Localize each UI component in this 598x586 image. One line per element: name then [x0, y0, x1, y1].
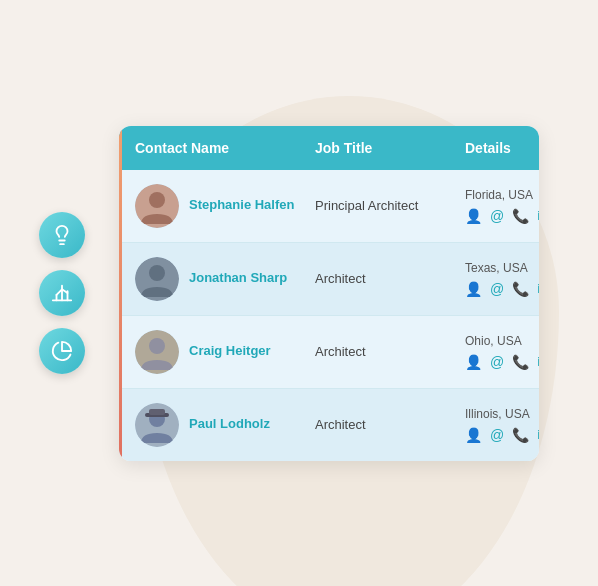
details-cell: Illinois, USA 👤 @ 📞 in	[465, 407, 539, 443]
details-cell: Florida, USA 👤 @ 📞 in	[465, 188, 539, 224]
avatar	[135, 257, 179, 301]
avatar	[135, 403, 179, 447]
table-row: Jonathan Sharp Architect Texas, USA 👤 @ …	[119, 243, 539, 316]
person-icon[interactable]: 👤	[465, 354, 482, 370]
contact-name[interactable]: Jonathan Sharp	[189, 270, 287, 287]
linkedin-icon[interactable]: in	[537, 427, 539, 442]
col-header-job: Job Title	[315, 140, 465, 156]
sidebar	[39, 212, 85, 374]
phone-icon[interactable]: 📞	[512, 281, 529, 297]
sidebar-chart-icon[interactable]	[39, 270, 85, 316]
job-title: Architect	[315, 344, 465, 359]
contact-cell: Paul Lodholz	[135, 403, 315, 447]
contacts-table: Contact Name Job Title Details Stephanie…	[119, 126, 539, 461]
email-icon[interactable]: @	[490, 427, 504, 443]
col-header-details: Details	[465, 140, 523, 156]
contact-icons: 👤 @ 📞 in	[465, 208, 539, 224]
outer-container: Contact Name Job Title Details Stephanie…	[39, 96, 559, 491]
contact-icons: 👤 @ 📞 in	[465, 427, 539, 443]
details-cell: Texas, USA 👤 @ 📞 in	[465, 261, 539, 297]
table-row: Stephanie Halfen Principal Architect Flo…	[119, 170, 539, 243]
linkedin-icon[interactable]: in	[537, 208, 539, 223]
contact-cell: Stephanie Halfen	[135, 184, 315, 228]
contact-cell: Craig Heitger	[135, 330, 315, 374]
person-icon[interactable]: 👤	[465, 208, 482, 224]
location: Florida, USA	[465, 188, 539, 202]
contact-name[interactable]: Craig Heitger	[189, 343, 271, 360]
phone-icon[interactable]: 📞	[512, 208, 529, 224]
person-icon[interactable]: 👤	[465, 281, 482, 297]
details-cell: Ohio, USA 👤 @ 📞 in	[465, 334, 539, 370]
linkedin-icon[interactable]: in	[537, 354, 539, 369]
svg-point-6	[149, 192, 165, 208]
col-header-contact: Contact Name	[135, 140, 315, 156]
linkedin-icon[interactable]: in	[537, 281, 539, 296]
table-header: Contact Name Job Title Details	[119, 126, 539, 170]
contact-name[interactable]: Stephanie Halfen	[189, 197, 294, 214]
email-icon[interactable]: @	[490, 208, 504, 224]
location: Illinois, USA	[465, 407, 539, 421]
contact-icons: 👤 @ 📞 in	[465, 281, 539, 297]
phone-icon[interactable]: 📞	[512, 427, 529, 443]
contact-cell: Jonathan Sharp	[135, 257, 315, 301]
table-row: Paul Lodholz Architect Illinois, USA 👤 @…	[119, 389, 539, 461]
location: Ohio, USA	[465, 334, 539, 348]
email-icon[interactable]: @	[490, 281, 504, 297]
location: Texas, USA	[465, 261, 539, 275]
table-body: Stephanie Halfen Principal Architect Flo…	[119, 170, 539, 461]
table-row: Craig Heitger Architect Ohio, USA 👤 @ 📞 …	[119, 316, 539, 389]
job-title: Architect	[315, 271, 465, 286]
email-icon[interactable]: @	[490, 354, 504, 370]
job-title: Principal Architect	[315, 198, 465, 213]
job-title: Architect	[315, 417, 465, 432]
svg-point-8	[149, 265, 165, 281]
avatar	[135, 330, 179, 374]
sidebar-pie-icon[interactable]	[39, 328, 85, 374]
svg-point-10	[149, 338, 165, 354]
phone-icon[interactable]: 📞	[512, 354, 529, 370]
svg-rect-14	[149, 409, 165, 415]
person-icon[interactable]: 👤	[465, 427, 482, 443]
contact-name[interactable]: Paul Lodholz	[189, 416, 270, 433]
contact-icons: 👤 @ 📞 in	[465, 354, 539, 370]
sidebar-lightbulb-icon[interactable]	[39, 212, 85, 258]
avatar	[135, 184, 179, 228]
